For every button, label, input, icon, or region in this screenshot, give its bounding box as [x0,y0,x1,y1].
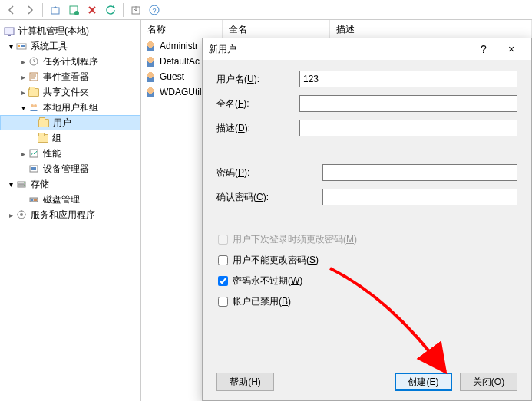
new-user-dialog: 新用户 ? × 用户名(U): 全名(F): 描述(D): 密码(P): 确认密… [202,38,532,401]
tree-label: 组 [52,132,61,145]
tree-root-label: 计算机管理(本地) [18,25,89,38]
svg-point-9 [18,45,20,47]
svg-rect-23 [31,199,33,201]
tree-device-manager[interactable]: 设备管理器 [0,161,140,176]
chevron-right-icon: ▸ [18,58,28,66]
tree-users[interactable]: 用户 [0,115,140,130]
tree-label: 共享文件夹 [43,86,89,99]
list-item-name: Administr [160,41,198,51]
password-never-expires-row[interactable]: 密码永不过期(W) [216,274,517,288]
tree-shared-folders[interactable]: ▸ 共享文件夹 [0,84,140,100]
confirm-password-label: 确认密码(C): [216,191,299,204]
tree-event-viewer[interactable]: ▸ 事件查看器 [0,69,140,84]
username-input[interactable] [299,71,517,87]
svg-point-2 [74,11,79,15]
help-button[interactable]: 帮助(H) [216,373,274,391]
col-desc[interactable]: 描述 [330,20,532,38]
tree-system-tools[interactable]: ▾ 系统工具 [0,38,140,54]
dialog-titlebar: 新用户 ? × [203,38,531,60]
chevron-down-icon: ▾ [6,42,15,51]
close-button[interactable]: 关闭(O) [460,373,517,391]
cannot-change-password-row[interactable]: 用户不能更改密码(S) [216,254,517,267]
must-change-password-row: 用户下次登录时须更改密码(M) [216,233,517,246]
tree-label: 磁盘管理 [43,193,80,206]
svg-rect-17 [31,167,36,170]
account-disabled-label: 帐户已禁用(B) [233,295,291,308]
tree-label: 服务和应用程序 [31,209,95,222]
tree-label: 设备管理器 [43,163,89,176]
separator [42,3,43,17]
dialog-close-button[interactable]: × [497,40,525,58]
svg-rect-24 [34,199,37,201]
tree-label: 系统工具 [31,40,68,53]
help-button[interactable]: ? [146,2,163,18]
svg-point-13 [31,104,34,107]
username-label: 用户名(U): [216,73,299,86]
user-icon [144,55,157,67]
tree-performance[interactable]: ▸ 性能 [0,146,140,161]
cannot-change-password-checkbox[interactable] [218,255,228,265]
chevron-right-icon: ▸ [6,211,15,219]
svg-rect-0 [51,8,59,14]
tree-label: 本地用户和组 [43,101,98,114]
svg-rect-10 [21,45,25,47]
refresh-button[interactable] [102,2,119,18]
separator [123,3,124,17]
chevron-right-icon: ▸ [18,88,28,97]
user-icon [144,86,157,98]
back-button[interactable] [3,2,20,18]
svg-rect-6 [5,28,14,35]
user-icon [144,40,157,52]
account-disabled-checkbox[interactable] [218,297,228,307]
col-fullname[interactable]: 全名 [223,20,330,38]
svg-point-26 [20,213,23,216]
list-header: 名称 全名 描述 [141,20,532,38]
password-input[interactable] [322,164,517,181]
dialog-help-button[interactable]: ? [470,40,497,58]
col-name[interactable]: 名称 [141,20,223,38]
tree-task-scheduler[interactable]: ▸ 任务计划程序 [0,54,140,69]
svg-point-14 [34,104,37,107]
svg-rect-7 [8,35,11,36]
tree-root[interactable]: 计算机管理(本地) [0,23,140,38]
chevron-down-icon: ▾ [18,104,28,112]
create-button[interactable]: 创建(E) [395,373,452,391]
description-label: 描述(D): [216,122,299,135]
password-label: 密码(P): [216,166,299,179]
export-button[interactable] [127,2,144,18]
svg-point-20 [24,182,25,183]
tree-services-apps[interactable]: ▸ 服务和应用程序 [0,207,140,222]
delete-button[interactable] [84,2,101,18]
tree-storage[interactable]: ▾ 存储 [0,176,140,192]
dialog-title: 新用户 [209,43,470,56]
toolbar: ? [0,0,532,20]
must-change-password-label: 用户下次登录时须更改密码(M) [233,233,357,246]
list-item-name: Guest [160,71,184,82]
tree-disk-management[interactable]: 磁盘管理 [0,192,140,207]
list-item-name: DefaultAc [160,56,200,67]
new-window-button[interactable] [65,2,82,18]
chevron-right-icon: ▸ [18,73,28,81]
nav-tree: 计算机管理(本地) ▾ 系统工具 ▸ 任务计划程序 ▸ 事件查看器 ▸ 共享文件… [0,20,141,401]
svg-text:?: ? [152,7,156,15]
password-never-expires-label: 密码永不过期(W) [233,274,302,288]
up-button[interactable] [47,2,64,18]
fullname-label: 全名(F): [216,97,299,110]
description-input[interactable] [299,120,517,136]
chevron-right-icon: ▸ [18,150,28,158]
confirm-password-input[interactable] [322,189,517,205]
fullname-input[interactable] [299,95,517,112]
cannot-change-password-label: 用户不能更改密码(S) [233,254,319,267]
tree-local-users-groups[interactable]: ▾ 本地用户和组 [0,100,140,115]
password-never-expires-checkbox[interactable] [218,276,228,286]
list-item-name: WDAGUtil [160,87,202,97]
svg-point-21 [24,185,25,186]
tree-label: 性能 [43,147,61,160]
tree-label: 任务计划程序 [43,55,98,68]
tree-label: 用户 [53,117,71,130]
tree-label: 存储 [31,178,49,191]
forward-button[interactable] [21,2,38,18]
user-icon [144,71,157,83]
account-disabled-row[interactable]: 帐户已禁用(B) [216,295,517,308]
tree-groups[interactable]: 组 [0,130,140,146]
